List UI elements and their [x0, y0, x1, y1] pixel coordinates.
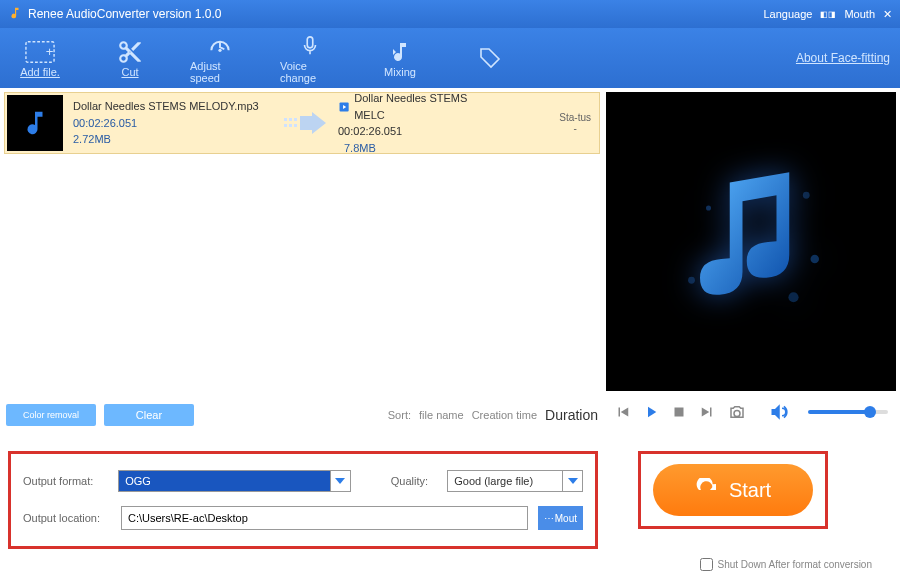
close-icon[interactable]: ✕ [883, 8, 892, 21]
output-format-label: Output format: [23, 475, 108, 487]
shutdown-checkbox-row[interactable]: Shut Down After format conversion [700, 558, 872, 571]
add-file-button[interactable]: + Add file. [10, 38, 70, 78]
file-row[interactable]: Dollar Needles STEMS MELODY.mp3 00:02:26… [4, 92, 600, 154]
start-panel: Start [638, 451, 828, 529]
start-button[interactable]: Start [653, 464, 813, 516]
volume-slider[interactable] [808, 410, 888, 414]
clear-button[interactable]: Clear [104, 404, 194, 426]
svg-point-12 [811, 254, 820, 263]
stop-icon[interactable] [670, 403, 688, 421]
mouth-link[interactable]: Mouth [844, 8, 875, 20]
gauge-icon [204, 32, 236, 60]
svg-rect-3 [284, 118, 287, 121]
play-icon[interactable] [642, 403, 660, 421]
prev-icon[interactable] [614, 403, 632, 421]
svg-rect-7 [289, 124, 292, 127]
browse-button[interactable]: ⋯Mout [538, 506, 583, 530]
voice-change-button[interactable]: Voice change [280, 32, 340, 84]
tag-button[interactable] [460, 44, 520, 72]
output-location-input[interactable]: C:\Users\RE-ac\Desktop [121, 506, 528, 530]
language-link[interactable]: Language [763, 8, 812, 20]
adjust-speed-button[interactable]: Adjust speed [190, 32, 250, 84]
preview-pane [606, 92, 896, 391]
dropdown-icon [562, 471, 582, 491]
shutdown-checkbox[interactable] [700, 558, 713, 571]
svg-point-14 [788, 292, 798, 302]
target-duration: 00:02:26.051 [338, 123, 482, 140]
status-value: - [559, 123, 591, 134]
svg-rect-15 [675, 408, 684, 417]
microphone-icon [294, 32, 326, 60]
camera-icon[interactable] [726, 403, 748, 421]
cut-button[interactable]: Cut [100, 38, 160, 78]
svg-rect-8 [294, 124, 297, 127]
conversion-arrow-icon [280, 112, 330, 134]
main-toolbar: + Add file. Cut Adjust speed Voice chang… [0, 28, 900, 88]
output-location-label: Output location: [23, 512, 111, 524]
source-size: 2.72MB [73, 131, 272, 148]
file-list-empty-area [4, 154, 600, 401]
svg-point-2 [218, 49, 221, 52]
dropdown-icon [330, 471, 350, 491]
target-format-icon [338, 100, 350, 114]
app-logo-icon [8, 6, 22, 23]
film-plus-icon: + [24, 38, 56, 66]
quality-label: Quality: [391, 475, 437, 487]
output-settings-panel: Output format: OGG Quality: Good (large … [8, 451, 598, 549]
svg-point-11 [803, 191, 810, 198]
tag-icon [474, 44, 506, 72]
media-controls [606, 395, 896, 429]
output-format-select[interactable]: OGG [118, 470, 351, 492]
scissors-icon [114, 38, 146, 66]
next-icon[interactable] [698, 403, 716, 421]
lang-flags-icon: ◧◨ [820, 10, 836, 19]
file-thumbnail [7, 95, 63, 151]
svg-rect-4 [289, 118, 292, 121]
source-file-name: Dollar Needles STEMS MELODY.mp3 [73, 98, 272, 115]
source-duration: 00:02:26.051 [73, 115, 272, 132]
quality-select[interactable]: Good (large file) [447, 470, 583, 492]
svg-point-13 [688, 276, 695, 283]
about-link[interactable]: About Face-fitting [796, 51, 890, 65]
title-bar: Renee AudioConverter version 1.0.0 Langu… [0, 0, 900, 28]
target-file-name: Dollar Needles STEMS MELC [354, 90, 482, 123]
volume-icon[interactable] [770, 403, 788, 421]
app-title: Renee AudioConverter version 1.0.0 [28, 7, 763, 21]
refresh-icon [695, 478, 719, 502]
sort-duration[interactable]: Duration [545, 407, 598, 423]
mixing-button[interactable]: Mixing [370, 38, 430, 78]
music-note-icon [666, 157, 836, 327]
svg-rect-5 [294, 118, 297, 121]
sort-creation-time[interactable]: Creation time [472, 409, 537, 421]
svg-point-10 [706, 205, 711, 210]
svg-text:+: + [46, 44, 54, 59]
sort-label: Sort: [388, 409, 411, 421]
svg-rect-6 [284, 124, 287, 127]
mixing-icon [384, 38, 416, 66]
sort-filename[interactable]: file name [419, 409, 464, 421]
color-removal-button[interactable]: Color removal [6, 404, 96, 426]
status-header: Sta-tus [559, 112, 591, 123]
